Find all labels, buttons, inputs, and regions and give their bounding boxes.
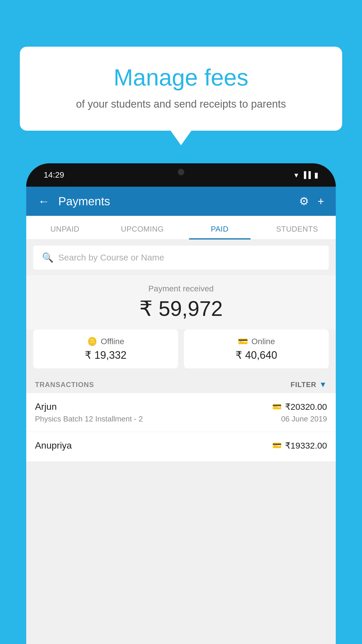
offline-amount: ₹ 19,332: [39, 349, 172, 361]
status-icons: ▾ ▐▐ ▮: [294, 171, 318, 180]
tab-paid[interactable]: PAID: [181, 216, 259, 239]
course-info: Physics Batch 12 Installment - 2: [35, 414, 143, 424]
search-placeholder: Search by Course or Name: [58, 253, 164, 262]
online-label: Online: [252, 337, 275, 346]
filter-button[interactable]: FILTER ▼: [291, 380, 327, 389]
transactions-label: TRANSACTIONS: [35, 381, 94, 389]
signal-icon: ▐▐: [302, 171, 311, 179]
transaction-row[interactable]: Anupriya 💳 ₹19332.00: [26, 432, 336, 462]
payment-received-amount: ₹ 59,972: [33, 296, 329, 321]
search-icon: 🔍: [42, 252, 54, 263]
header-title: Payments: [58, 195, 293, 208]
payment-cards: 🪙 Offline ₹ 19,332 💳 Online ₹ 40,640: [26, 330, 336, 374]
offline-card: 🪙 Offline ₹ 19,332: [33, 330, 178, 368]
header-actions: ⚙ +: [299, 195, 324, 208]
wifi-icon: ▾: [294, 171, 298, 180]
back-button[interactable]: ←: [38, 195, 50, 208]
app-header: ← Payments ⚙ +: [26, 187, 336, 216]
online-icon: 💳: [238, 337, 248, 346]
tab-students[interactable]: STUDENTS: [259, 216, 336, 239]
screen-content: 🔍 Search by Course or Name Payment recei…: [26, 240, 336, 644]
offline-label: Offline: [101, 337, 124, 346]
tab-bar: UNPAID UPCOMING PAID STUDENTS: [26, 216, 336, 240]
transaction-details: Physics Batch 12 Installment - 2 06 June…: [35, 414, 327, 424]
online-amount: ₹ 40,640: [190, 349, 323, 361]
bubble-title: Manage fees: [43, 64, 319, 91]
tab-upcoming[interactable]: UPCOMING: [104, 216, 181, 239]
add-icon[interactable]: +: [318, 195, 324, 208]
bubble-subtitle: of your students and send receipts to pa…: [43, 98, 319, 110]
student-name: Arjun: [35, 401, 57, 412]
student-name: Anupriya: [35, 440, 72, 451]
notch: [158, 163, 204, 181]
status-time: 14:29: [44, 170, 64, 180]
amount-row: 💳 ₹20320.00: [272, 402, 327, 412]
phone-frame: 14:29 ▾ ▐▐ ▮ ← Payments ⚙ + UNPAID UPCOM…: [26, 163, 336, 644]
tab-unpaid[interactable]: UNPAID: [26, 216, 104, 239]
payment-type-icon: 💳: [272, 402, 282, 411]
status-bar: 14:29 ▾ ▐▐ ▮: [26, 163, 336, 187]
online-card: 💳 Online ₹ 40,640: [184, 330, 329, 368]
camera: [178, 169, 184, 175]
filter-icon: ▼: [319, 380, 327, 389]
payment-received-section: Payment received ₹ 59,972: [26, 275, 336, 330]
offline-icon: 🪙: [87, 337, 97, 346]
transactions-header: TRANSACTIONS FILTER ▼: [26, 374, 336, 393]
payment-received-label: Payment received: [33, 284, 329, 293]
transaction-amount: ₹20320.00: [285, 402, 327, 412]
battery-icon: ▮: [314, 171, 318, 180]
transaction-amount: ₹19332.00: [285, 440, 327, 451]
amount-row: 💳 ₹19332.00: [272, 440, 327, 451]
speech-bubble: Manage fees of your students and send re…: [20, 47, 342, 131]
search-bar[interactable]: 🔍 Search by Course or Name: [33, 246, 329, 270]
filter-label: FILTER: [291, 381, 316, 389]
settings-icon[interactable]: ⚙: [299, 195, 309, 208]
date-info: 06 June 2019: [281, 414, 327, 424]
transaction-row[interactable]: Arjun 💳 ₹20320.00 Physics Batch 12 Insta…: [26, 393, 336, 432]
payment-type-icon: 💳: [272, 441, 282, 450]
